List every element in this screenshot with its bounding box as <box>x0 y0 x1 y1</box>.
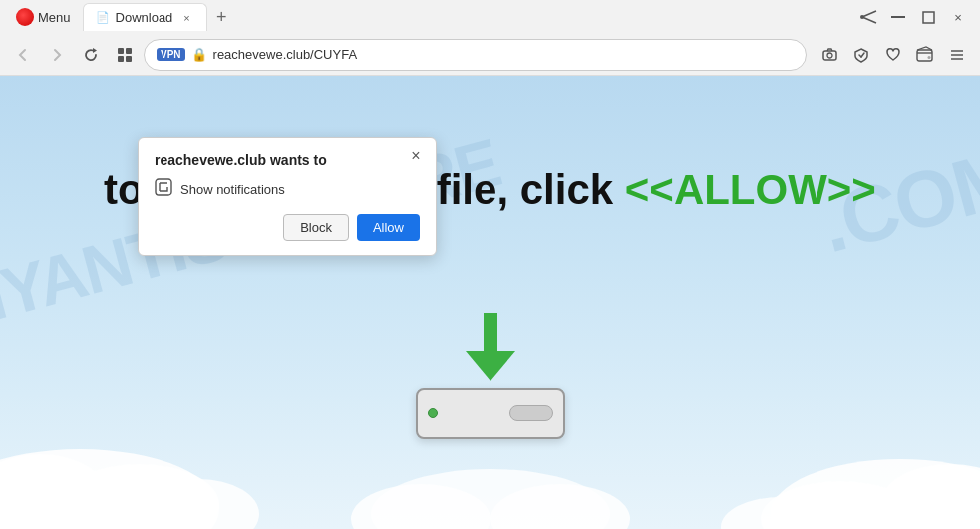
address-bar[interactable]: VPN 🔒 reachevewe.club/CUYFA <box>144 39 807 71</box>
cloud-right <box>681 380 980 529</box>
new-tab-button[interactable]: + <box>207 3 235 31</box>
window-controls: × <box>858 3 972 31</box>
nav-actions <box>815 40 972 70</box>
popup-notification-row: Show notifications <box>155 178 420 200</box>
svg-point-13 <box>928 56 931 59</box>
svg-rect-8 <box>823 51 836 60</box>
svg-rect-2 <box>923 12 934 23</box>
main-text-allow: <<ALLOW>> <box>625 166 876 213</box>
wallet-button[interactable] <box>910 40 940 70</box>
popup-actions: Block Allow <box>155 214 420 241</box>
tab-bar: 📄 Download × + <box>83 3 854 31</box>
notification-text: Show notifications <box>180 182 285 197</box>
notification-icon <box>155 178 172 200</box>
extensions-button[interactable] <box>110 40 140 70</box>
minimize-icon <box>858 6 880 28</box>
shield-button[interactable] <box>846 40 876 70</box>
menu-button[interactable]: Menu <box>8 4 79 30</box>
svg-rect-12 <box>917 50 932 61</box>
svg-rect-28 <box>484 313 497 355</box>
nav-bar: VPN 🔒 reachevewe.club/CUYFA <box>0 34 980 76</box>
download-illustration <box>416 313 565 439</box>
settings-button[interactable] <box>942 40 972 70</box>
active-tab[interactable]: 📄 Download × <box>83 3 208 31</box>
cloud-left <box>0 370 319 529</box>
camera-button[interactable] <box>815 40 844 70</box>
svg-rect-4 <box>118 48 124 54</box>
svg-rect-7 <box>126 56 132 62</box>
menu-label: Menu <box>38 10 71 25</box>
back-button[interactable] <box>8 40 38 70</box>
reload-button[interactable] <box>76 40 106 70</box>
tab-title: Download <box>116 10 173 25</box>
browser-window: Menu 📄 Download × + × <box>0 0 980 529</box>
url-text[interactable]: reachevewe.club/CUYFA <box>213 47 794 62</box>
download-arrow <box>456 313 525 388</box>
svg-marker-3 <box>93 48 97 53</box>
tab-close-button[interactable]: × <box>178 10 194 26</box>
heart-button[interactable] <box>878 40 908 70</box>
notification-popup: reachevewe.club wants to × Show notifica… <box>138 137 437 256</box>
svg-point-0 <box>860 15 864 19</box>
opera-icon <box>16 8 34 26</box>
popup-title: reachevewe.club wants to <box>155 152 420 168</box>
maximize-button[interactable] <box>914 3 942 31</box>
page-content: MYANTISPYWARE .COM to download the file,… <box>0 76 980 529</box>
close-button[interactable]: × <box>944 3 972 31</box>
svg-rect-6 <box>118 56 124 62</box>
hdd-slot <box>509 405 553 421</box>
svg-line-11 <box>861 53 864 57</box>
svg-marker-29 <box>466 351 515 381</box>
minimize-button[interactable] <box>884 3 912 31</box>
popup-close-button[interactable]: × <box>406 146 426 166</box>
tab-favicon: 📄 <box>96 11 110 24</box>
svg-rect-5 <box>126 48 132 54</box>
svg-rect-1 <box>891 16 905 18</box>
block-button[interactable]: Block <box>283 214 349 241</box>
hdd-illustration <box>416 388 565 439</box>
svg-rect-30 <box>156 179 171 195</box>
lock-icon: 🔒 <box>191 47 207 62</box>
svg-point-9 <box>827 53 832 58</box>
hdd-led <box>428 408 438 418</box>
allow-button[interactable]: Allow <box>357 214 420 241</box>
forward-button[interactable] <box>42 40 72 70</box>
vpn-badge: VPN <box>157 48 185 61</box>
title-bar: Menu 📄 Download × + × <box>0 0 980 34</box>
